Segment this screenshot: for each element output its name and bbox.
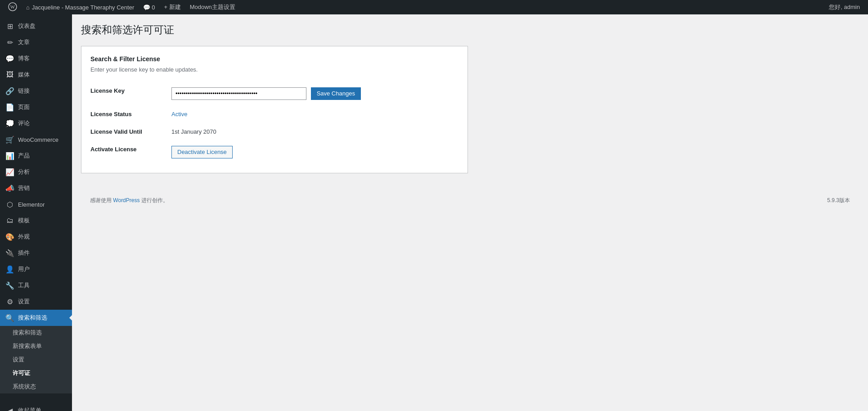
sidebar-item-posts[interactable]: ✏ 文章 <box>0 34 72 50</box>
submenu-item-sf-status[interactable]: 系统状态 <box>0 380 72 393</box>
submenu-label-sf-license: 许可证 <box>13 369 30 377</box>
sidebar-collapse-label: 收起菜单 <box>18 406 41 411</box>
adminbar-wp-logo[interactable]: W <box>4 0 22 14</box>
sidebar-label-media: 媒体 <box>18 71 30 79</box>
plugins-icon: 🔌 <box>5 248 14 257</box>
submenu-label-sf-main: 搜索和筛选 <box>13 329 42 337</box>
adminbar-new[interactable]: + 新建 <box>159 0 185 14</box>
submenu-label-sf-settings: 设置 <box>13 356 24 364</box>
links-icon: 🔗 <box>5 86 14 95</box>
users-icon: 👤 <box>5 265 14 274</box>
sidebar-collapse-button[interactable]: ◀ 收起菜单 <box>0 402 72 411</box>
submenu-label-sf-status: 系统状态 <box>13 383 36 391</box>
adminbar-theme-settings[interactable]: Modown主题设置 <box>185 0 240 14</box>
footer-thanks: 感谢使用 WordPress 进行创作。 <box>90 197 168 204</box>
sidebar-label-analytics: 分析 <box>18 168 30 176</box>
greeting-text: 您好, admin <box>829 3 860 11</box>
adminbar-home[interactable]: ⌂ Jacqueline - Massage Theraphy Center <box>22 0 139 14</box>
license-status-cell: Active <box>171 105 459 123</box>
sidebar-label-templates: 模板 <box>18 217 30 225</box>
sidebar-item-settings[interactable]: ⚙ 设置 <box>0 294 72 310</box>
sidebar-item-search-filter[interactable]: 🔍 搜索和筛选 <box>0 310 72 326</box>
analytics-icon: 📈 <box>5 167 14 176</box>
sidebar-item-tools[interactable]: 🔧 工具 <box>0 277 72 294</box>
footer-thanks-text: 感谢使用 <box>90 197 112 203</box>
sidebar-item-dashboard[interactable]: ⊞ 仪表盘 <box>0 18 72 34</box>
license-key-cell: Save Changes <box>171 82 459 105</box>
activate-license-label: Activate License <box>90 140 171 164</box>
search-filter-icon: 🔍 <box>5 313 14 322</box>
sidebar-label-dashboard: 仪表盘 <box>18 22 36 30</box>
sidebar-item-blog[interactable]: 💬 博客 <box>0 50 72 67</box>
collapse-icon: ◀ <box>5 406 14 411</box>
sidebar-item-pages[interactable]: 📄 页面 <box>0 99 72 115</box>
sidebar-item-marketing[interactable]: 📣 营销 <box>0 180 72 196</box>
license-valid-cell: 1st January 2070 <box>171 123 459 140</box>
sidebar-label-settings: 设置 <box>18 298 30 306</box>
pages-icon: 📄 <box>5 103 14 112</box>
sidebar-item-users[interactable]: 👤 用户 <box>0 261 72 277</box>
tools-icon: 🔧 <box>5 281 14 290</box>
sidebar-label-comments: 评论 <box>18 119 30 127</box>
footer-wp-link[interactable]: WordPress <box>113 197 139 203</box>
submenu-item-sf-new[interactable]: 新搜索表单 <box>0 339 72 353</box>
sidebar-item-appearance[interactable]: 🎨 外观 <box>0 229 72 245</box>
sidebar-item-analytics[interactable]: 📈 分析 <box>0 164 72 180</box>
license-key-input[interactable] <box>171 87 306 100</box>
activate-license-row: Activate License Deactivate License <box>90 140 459 164</box>
license-valid-row: License Valid Until 1st January 2070 <box>90 123 459 140</box>
comment-icon: 💬 <box>143 4 150 11</box>
sidebar-item-media[interactable]: 🖼 媒体 <box>0 67 72 83</box>
sidebar-label-pages: 页面 <box>18 103 30 111</box>
sidebar-label-marketing: 营销 <box>18 184 30 192</box>
license-box: Search & Filter License Enter your licen… <box>81 46 468 173</box>
license-status-row: License Status Active <box>90 105 459 123</box>
activate-license-cell: Deactivate License <box>171 140 459 164</box>
license-key-label: License Key <box>90 82 171 105</box>
adminbar-theme-label: Modown主题设置 <box>190 3 235 11</box>
save-changes-button[interactable]: Save Changes <box>311 87 361 100</box>
sidebar-label-woocommerce: WooCommerce <box>18 136 58 143</box>
sidebar-item-woocommerce[interactable]: 🛒 WooCommerce <box>0 131 72 148</box>
marketing-icon: 📣 <box>5 184 14 193</box>
license-valid-label: License Valid Until <box>90 123 171 140</box>
sidebar-item-links[interactable]: 🔗 链接 <box>0 83 72 99</box>
adminbar-notifications[interactable]: 💬 0 <box>139 0 159 14</box>
appearance-icon: 🎨 <box>5 232 14 241</box>
footer: 感谢使用 WordPress 进行创作。 5.9.3版本 <box>81 191 859 210</box>
section-subtitle: Enter your license key to enable updates… <box>90 66 459 73</box>
submenu-item-sf-settings[interactable]: 设置 <box>0 353 72 366</box>
dashboard-icon: ⊞ <box>5 22 14 31</box>
adminbar-site-name: Jacqueline - Massage Theraphy Center <box>32 4 134 11</box>
active-menu-arrow <box>69 315 72 321</box>
sidebar-item-products[interactable]: 📊 产品 <box>0 148 72 164</box>
elementor-icon: ⬡ <box>5 200 14 209</box>
license-key-row: License Key Save Changes <box>90 82 459 105</box>
woocommerce-icon: 🛒 <box>5 135 14 144</box>
products-icon: 📊 <box>5 151 14 160</box>
sidebar-label-search-filter: 搜索和筛选 <box>18 314 47 322</box>
sidebar-item-comments[interactable]: 💭 评论 <box>0 115 72 131</box>
search-filter-submenu: 搜索和筛选 新搜索表单 设置 许可证 系统状态 <box>0 326 72 393</box>
submenu-item-sf-license[interactable]: 许可证 <box>0 366 72 380</box>
section-title: Search & Filter License <box>90 55 459 63</box>
sidebar-label-plugins: 插件 <box>18 249 30 257</box>
license-status-value: Active <box>171 111 187 117</box>
sidebar-label-elementor: Elementor <box>18 201 45 208</box>
sidebar-item-elementor[interactable]: ⬡ Elementor <box>0 196 72 212</box>
media-icon: 🖼 <box>5 70 14 79</box>
templates-icon: 🗂 <box>5 216 14 225</box>
adminbar-user-greeting[interactable]: 您好, admin <box>824 0 864 14</box>
sidebar-label-blog: 博客 <box>18 54 30 63</box>
home-icon: ⌂ <box>26 4 30 11</box>
sidebar-item-plugins[interactable]: 🔌 插件 <box>0 245 72 261</box>
footer-thanks-suffix: 进行创作。 <box>141 197 168 203</box>
sidebar-item-templates[interactable]: 🗂 模板 <box>0 212 72 229</box>
sidebar-label-posts: 文章 <box>18 38 30 46</box>
submenu-item-sf-main[interactable]: 搜索和筛选 <box>0 326 72 339</box>
submenu-label-sf-new: 新搜索表单 <box>13 342 42 350</box>
sidebar-label-tools: 工具 <box>18 281 30 289</box>
deactivate-license-button[interactable]: Deactivate License <box>171 146 233 158</box>
page-title: 搜索和筛选许可可证 <box>81 23 711 37</box>
sidebar-label-appearance: 外观 <box>18 233 30 241</box>
